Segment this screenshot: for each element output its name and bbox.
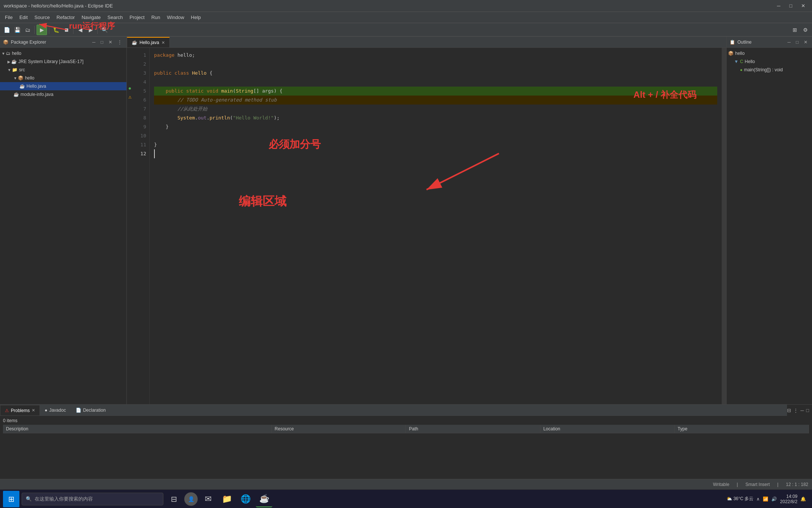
- line-num-11: 11: [133, 140, 146, 149]
- minimize-btn[interactable]: ─: [774, 3, 783, 9]
- tree-item-module-java[interactable]: ☕ module-info.java: [0, 90, 126, 99]
- println-method: println: [210, 113, 230, 122]
- src-icon: 📁: [12, 67, 18, 72]
- brace-open: {: [210, 69, 213, 78]
- package-explorer-panel: 📦 Package Explorer ─ □ ✕ ⋮ ▼ 🗂 hello ▶ ☕…: [0, 37, 127, 422]
- close-btn[interactable]: ✕: [798, 3, 808, 9]
- kw-public-2: public: [166, 87, 183, 96]
- module-java-icon: ☕: [13, 92, 19, 97]
- save-button[interactable]: 💾: [12, 25, 22, 35]
- gutter-line1: [127, 48, 133, 57]
- tree-item-src[interactable]: ▼ 📁 src: [0, 66, 126, 74]
- save-all-button[interactable]: 🗂: [23, 25, 32, 35]
- problems-close[interactable]: ✕: [32, 408, 35, 413]
- notification-icon[interactable]: 🔔: [800, 496, 806, 502]
- taskbar-clock[interactable]: 14:09 2022/8/2: [780, 494, 797, 504]
- settings-button[interactable]: ⚙: [800, 25, 810, 35]
- gutter-line8: [127, 110, 133, 119]
- taskbar-tray-expand[interactable]: ∧: [756, 496, 760, 502]
- maximize-btn[interactable]: □: [786, 3, 795, 9]
- menu-help[interactable]: Help: [188, 13, 204, 21]
- outline-maximize[interactable]: □: [794, 39, 800, 46]
- editor-content[interactable]: ● ⚠ 1 2 3 4 5 6 7 8 9 10 11: [127, 48, 726, 422]
- taskbar-search[interactable]: 🔍 在这里输入你要搜索的内容: [22, 493, 163, 505]
- code-area[interactable]: package hello; public class Hello { publ…: [150, 48, 722, 422]
- filter-icon[interactable]: ⊟: [787, 408, 791, 413]
- bottom-tab-declaration[interactable]: 📄 Declaration: [71, 405, 111, 415]
- menu-window[interactable]: Window: [164, 13, 187, 21]
- package-explorer-maximize[interactable]: □: [99, 39, 105, 46]
- taskbar-time: 14:09: [780, 494, 797, 499]
- bracket: []: [253, 87, 259, 96]
- view-menu-icon[interactable]: ⋮: [793, 408, 798, 413]
- out-field: out: [198, 113, 206, 122]
- gutter-line11: [127, 137, 133, 146]
- line-num-5: 5: [133, 87, 146, 96]
- editor-tab-hello-java[interactable]: ☕ Hello.java ✕: [127, 37, 170, 47]
- fn-main: main: [221, 87, 233, 96]
- line-num-4: 4: [133, 78, 146, 87]
- status-separator-2: |: [777, 482, 778, 487]
- outline-close[interactable]: ✕: [802, 39, 809, 46]
- taskbar-date: 2022/8/2: [780, 499, 797, 504]
- forward-button[interactable]: ▶: [86, 25, 95, 35]
- stop-button[interactable]: ⏹: [62, 25, 71, 35]
- bottom-tab-javadoc[interactable]: ● Javadoc: [40, 405, 71, 415]
- menu-refactor[interactable]: Refactor: [54, 13, 78, 21]
- tree-view: ▼ 🗂 hello ▶ ☕ JRE System Library [JavaSE…: [0, 48, 126, 422]
- indent-7: [154, 105, 178, 113]
- menu-search[interactable]: Search: [104, 13, 126, 21]
- menu-file[interactable]: File: [2, 13, 16, 21]
- menu-edit[interactable]: Edit: [16, 13, 31, 21]
- code-line-6: // TODO Auto-generated method stub: [154, 96, 717, 105]
- tree-item-hello-java[interactable]: ☕ Hello.java: [0, 82, 126, 90]
- windows-start-button[interactable]: ⊞: [3, 491, 19, 507]
- perspective-button[interactable]: ⊞: [790, 25, 800, 35]
- taskbar-app-layout[interactable]: ⊟: [166, 491, 182, 507]
- outline-label-hello-class: Hello: [745, 59, 755, 64]
- taskbar-network-icon: 📶: [763, 496, 768, 502]
- taskbar-app-eclipse[interactable]: ☕: [256, 491, 272, 507]
- menu-source[interactable]: Source: [31, 13, 53, 21]
- toolbar: 📄 💾 🗂 ▶ 🐛 ⏹ ◀ ▶ 🔍 ⊞ ⚙: [0, 23, 812, 37]
- minimize-bottom-icon[interactable]: ─: [800, 408, 804, 413]
- package-explorer-title: Package Explorer: [11, 40, 88, 45]
- cmt-chinese: //从此处开始: [178, 105, 208, 113]
- run-button[interactable]: ▶: [37, 25, 47, 35]
- search-button[interactable]: 🔍: [100, 25, 109, 35]
- package-explorer-menu[interactable]: ⋮: [116, 39, 123, 46]
- bottom-tab-problems[interactable]: ⚠ Problems ✕: [0, 405, 40, 415]
- maximize-bottom-icon[interactable]: □: [806, 408, 809, 413]
- outline-item-hello-pkg[interactable]: 📦 hello: [727, 49, 812, 57]
- declaration-icon: 📄: [76, 408, 81, 413]
- taskbar-app-avatar[interactable]: 👤: [184, 492, 198, 506]
- menu-navigate[interactable]: Navigate: [79, 13, 104, 21]
- debug-button[interactable]: 🐛: [51, 25, 61, 35]
- tree-item-jre[interactable]: ▶ ☕ JRE System Library [JavaSE-17]: [0, 57, 126, 66]
- outline-item-hello-class[interactable]: ▼ C Hello: [727, 57, 812, 66]
- outline-item-main-method[interactable]: ● main(String[]) : void: [727, 66, 812, 74]
- code-line-8: System.out.println("Hello World!");: [154, 113, 717, 122]
- taskbar-app-files[interactable]: 📁: [219, 491, 235, 507]
- tab-close-hello-java[interactable]: ✕: [162, 40, 165, 45]
- taskbar-app-mail[interactable]: ✉: [200, 491, 216, 507]
- line-num-3: 3: [133, 69, 146, 78]
- back-button[interactable]: ◀: [75, 25, 85, 35]
- tab-java-icon: ☕: [132, 40, 137, 45]
- taskbar-app-edge[interactable]: 🌐: [237, 491, 254, 507]
- editor-scrollbar[interactable]: [722, 48, 726, 422]
- line-num-9: 9: [133, 122, 146, 131]
- indent-9: [154, 122, 166, 131]
- outline-label-main: main(String[]) : void: [744, 67, 783, 72]
- paren-4: );: [274, 113, 280, 122]
- package-explorer-close[interactable]: ✕: [107, 39, 114, 46]
- outline-minimize[interactable]: ─: [786, 39, 792, 46]
- menu-run[interactable]: Run: [148, 13, 163, 21]
- status-writable: Writable: [713, 482, 730, 487]
- tree-item-hello-package[interactable]: ▼ 📦 hello: [0, 74, 126, 82]
- new-button[interactable]: 📄: [2, 25, 12, 35]
- package-explorer-minimize[interactable]: ─: [91, 39, 97, 46]
- menu-project[interactable]: Project: [126, 13, 147, 21]
- tree-item-hello-project[interactable]: ▼ 🗂 hello: [0, 49, 126, 57]
- gutter-line5: ●: [127, 84, 133, 93]
